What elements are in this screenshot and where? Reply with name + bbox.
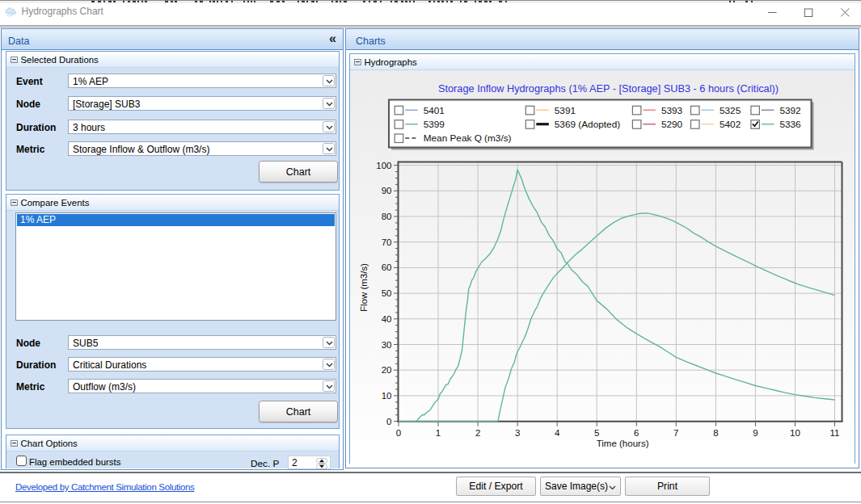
svg-text:0: 0	[396, 428, 401, 438]
svg-text:1: 1	[436, 428, 441, 438]
svg-text:Time (hours): Time (hours)	[597, 439, 649, 448]
svg-text:2: 2	[475, 428, 480, 438]
svg-text:5392: 5392	[779, 105, 800, 116]
svg-text:80: 80	[382, 212, 392, 221]
svg-text:20: 20	[382, 365, 392, 375]
svg-text:Flow (m3/s): Flow (m3/s)	[359, 263, 369, 312]
svg-text:5290: 5290	[661, 119, 683, 130]
svg-text:5391: 5391	[555, 105, 576, 116]
svg-text:9: 9	[753, 428, 758, 438]
svg-text:3: 3	[515, 428, 520, 438]
svg-text:5393: 5393	[661, 105, 683, 116]
svg-text:0: 0	[386, 417, 391, 426]
svg-text:60: 60	[382, 262, 392, 272]
svg-text:5369 (Adopted): 5369 (Adopted)	[555, 119, 620, 130]
svg-text:Mean Peak Q (m3/s): Mean Peak Q (m3/s)	[424, 132, 512, 144]
svg-text:5402: 5402	[720, 119, 741, 130]
svg-text:40: 40	[382, 314, 392, 324]
svg-text:70: 70	[382, 237, 392, 247]
svg-text:5: 5	[594, 428, 599, 438]
svg-text:90: 90	[382, 186, 392, 195]
svg-text:7: 7	[673, 428, 678, 438]
svg-text:8: 8	[713, 428, 718, 438]
svg-text:Storage Inflow Hydrographs (1%: Storage Inflow Hydrographs (1% AEP - [St…	[438, 83, 779, 94]
svg-text:5325: 5325	[720, 105, 741, 116]
svg-text:10: 10	[382, 391, 392, 401]
svg-text:5399: 5399	[424, 119, 445, 130]
svg-text:11: 11	[830, 428, 840, 438]
svg-text:50: 50	[382, 288, 392, 298]
svg-text:30: 30	[382, 340, 392, 350]
svg-text:5401: 5401	[424, 105, 445, 116]
svg-text:4: 4	[555, 428, 560, 438]
svg-text:100: 100	[376, 161, 391, 170]
svg-text:10: 10	[790, 428, 800, 438]
svg-text:6: 6	[634, 428, 639, 438]
svg-text:5336: 5336	[779, 119, 801, 130]
